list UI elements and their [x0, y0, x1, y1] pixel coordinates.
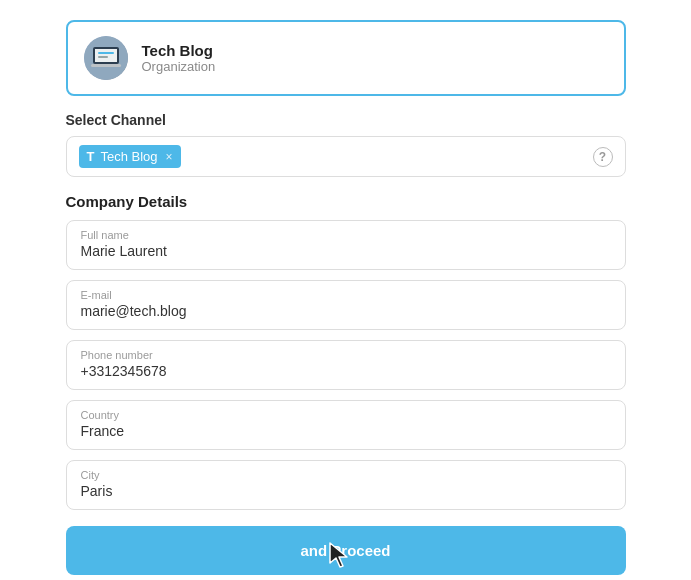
channel-tag-name: Tech Blog [100, 149, 157, 164]
field-full-name[interactable]: Full nameMarie Laurent [66, 220, 626, 270]
org-avatar [84, 36, 128, 80]
field-label-1: E-mail [81, 289, 611, 301]
field-label-4: City [81, 469, 611, 481]
svg-rect-4 [98, 52, 114, 54]
field-value-2: +3312345678 [81, 363, 611, 379]
proceed-button[interactable]: and Proceed [66, 526, 626, 575]
form-fields: Full nameMarie LaurentE-mailmarie@tech.b… [66, 220, 626, 510]
svg-rect-3 [91, 64, 121, 67]
org-info: Tech Blog Organization [142, 42, 216, 74]
svg-rect-2 [95, 49, 117, 62]
field-phone-number[interactable]: Phone number+3312345678 [66, 340, 626, 390]
company-details-label: Company Details [66, 193, 626, 210]
channel-selector[interactable]: T Tech Blog × ? [66, 136, 626, 177]
channel-tag-remove[interactable]: × [166, 150, 173, 164]
field-city[interactable]: CityParis [66, 460, 626, 510]
field-value-3: France [81, 423, 611, 439]
help-icon[interactable]: ? [593, 147, 613, 167]
org-card[interactable]: Tech Blog Organization [66, 20, 626, 96]
main-container: Tech Blog Organization Select Channel T … [66, 20, 626, 575]
field-label-0: Full name [81, 229, 611, 241]
proceed-label: and Proceed [300, 542, 390, 559]
select-channel-section: Select Channel T Tech Blog × ? [66, 112, 626, 177]
select-channel-label: Select Channel [66, 112, 626, 128]
svg-rect-5 [98, 56, 108, 58]
org-name: Tech Blog [142, 42, 216, 59]
field-label-3: Country [81, 409, 611, 421]
company-details-section: Company Details Full nameMarie LaurentE-… [66, 193, 626, 510]
field-e-mail[interactable]: E-mailmarie@tech.blog [66, 280, 626, 330]
field-value-0: Marie Laurent [81, 243, 611, 259]
field-country[interactable]: CountryFrance [66, 400, 626, 450]
field-value-1: marie@tech.blog [81, 303, 611, 319]
field-label-2: Phone number [81, 349, 611, 361]
channel-tag-letter: T [87, 149, 95, 164]
org-type: Organization [142, 59, 216, 74]
field-value-4: Paris [81, 483, 611, 499]
channel-tag[interactable]: T Tech Blog × [79, 145, 181, 168]
